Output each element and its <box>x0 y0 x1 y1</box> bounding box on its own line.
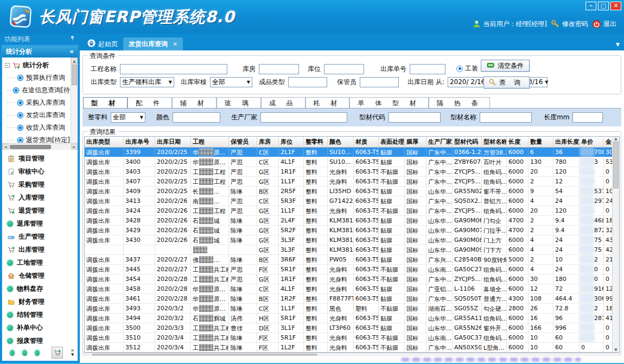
table-row[interactable]: 调拨出库34242020/2/26工工程严思G区1L1F整料光身料6063-T5… <box>85 206 619 216</box>
material-tab-7[interactable]: 隔 热 条 <box>429 97 491 108</box>
column-header-4[interactable]: 保管员 <box>229 137 257 147</box>
material-tab-6[interactable]: 单 体 型 材 <box>349 97 428 108</box>
table-row[interactable]: 调拨出库34612020/2/28华原...陈琳B区1R2F整料F8877FT6… <box>85 294 619 304</box>
change-password-button[interactable]: 修改密码 <box>551 20 588 29</box>
table-row[interactable]: 调拨出库34942020/3/2石辉城汤伟H区5R1F整料光身料6063-T5贴… <box>85 314 619 323</box>
table-row[interactable]: 调拨出库34092020/2/25长...陈琳B区2R5F整料LI35HD606… <box>85 187 619 196</box>
tab-shipment-outbound-query[interactable]: 发货出库查询 ✕ <box>123 37 183 50</box>
column-header-15[interactable]: 长度 <box>507 137 529 147</box>
table-row[interactable]: 调拨出库34582020/2/28华原...陈琳C区4L1F整料光身料6063-… <box>85 284 619 294</box>
scroll-thumb[interactable] <box>72 65 77 85</box>
column-header-5[interactable]: 库房 <box>257 137 279 147</box>
search-button[interactable]: 查 询 <box>483 76 530 88</box>
sidebar-item-14[interactable]: 报废管理 <box>2 334 78 346</box>
keeper-input[interactable] <box>360 77 399 87</box>
close-button[interactable]: ✕ <box>610 2 621 10</box>
column-header-16[interactable]: 数量 <box>529 137 553 147</box>
radio-gongzhuang[interactable]: 工装 <box>456 64 478 73</box>
module-dot-icon[interactable] <box>35 350 40 356</box>
collapse-icon[interactable]: « <box>69 48 74 55</box>
tree-item-0[interactable]: 预算执行查询 <box>5 72 70 84</box>
sidebar-item-6[interactable]: 生产管理 <box>2 230 78 243</box>
logout-button[interactable]: 退出 <box>592 20 616 29</box>
tree-root[interactable]: - 统计分析 <box>5 59 70 72</box>
tree-horizontal-scrollbar[interactable]: ◄ ► <box>2 143 78 150</box>
material-tab-0[interactable]: 型 材 <box>83 97 128 108</box>
material-tab-3[interactable]: 玻 璃 <box>217 97 261 108</box>
table-row[interactable]: G区3L3F整料KLM38176063-T5贴膜国标山东华...GA90M09.… <box>85 245 619 255</box>
column-header-7[interactable]: 整零料 <box>304 137 328 147</box>
column-header-1[interactable]: 出库单号 <box>124 137 155 147</box>
tree-item-1[interactable]: 在途信息查询[待 <box>5 84 70 97</box>
color-input[interactable] <box>173 112 220 123</box>
maximize-button[interactable]: ▢ <box>598 2 609 10</box>
column-header-18[interactable]: 单价 <box>580 137 604 147</box>
column-header-2[interactable]: 出库日期 <box>155 137 191 147</box>
sidebar-item-4[interactable]: 退货管理 <box>2 204 78 217</box>
sidebar-item-9[interactable]: 仓储管理 <box>2 269 78 282</box>
table-row[interactable]: 调拨出库35122020/3/4工共工程陈琳F区1L2F整料光身料6063-T5… <box>85 343 619 353</box>
scroll-down-icon[interactable]: ▼ <box>613 348 619 352</box>
sidebar-item-13[interactable]: 补单中心 <box>2 321 78 334</box>
column-header-3[interactable]: 工程 <box>191 137 229 147</box>
column-header-14[interactable]: 型材名称 <box>482 137 507 147</box>
manufacturer-input[interactable] <box>260 112 347 123</box>
material-tab-4[interactable]: 成 品 <box>261 97 305 108</box>
table-row[interactable]: 调拨出库33992020/2/25华原...严思C区2L1F整料SU10...6… <box>85 148 619 157</box>
pin-icon[interactable] <box>69 35 75 43</box>
module-dot-icon[interactable] <box>10 350 15 356</box>
tree-item-3[interactable]: 发货出库查询 <box>5 109 70 122</box>
column-header-17[interactable]: 出库长度 <box>553 137 580 147</box>
profile-code-input[interactable] <box>389 112 441 123</box>
column-header-6[interactable]: 库位 <box>279 137 304 147</box>
sidebar-item-12[interactable]: 结转管理 <box>2 308 78 321</box>
sidebar-item-1[interactable]: 审核中心 <box>2 165 78 178</box>
outbound-no-input[interactable] <box>410 64 445 74</box>
tab-home[interactable]: 起始页 <box>82 37 123 50</box>
column-header-12[interactable]: 生产厂家 <box>426 137 453 147</box>
sidebar-item-5[interactable]: 退库管理 <box>2 217 78 230</box>
column-header-10[interactable]: 表面处理 <box>379 137 405 147</box>
column-header-8[interactable]: 颜色 <box>328 137 354 147</box>
project-name-input[interactable] <box>120 64 227 74</box>
table-row[interactable]: 调拨出库34452020/2/27工共工程严思F区5R1F整料光身料6063-T… <box>85 265 619 274</box>
tree-item-5[interactable]: 退货查询[待定] <box>5 134 70 143</box>
sidebar-item-2[interactable]: 采购管理 <box>2 178 78 191</box>
section-header-statistics[interactable]: 统计分析 « <box>2 46 78 58</box>
tab-close-icon[interactable]: ✕ <box>173 41 177 48</box>
material-tab-5[interactable]: 耗 材 <box>305 97 350 108</box>
tree-item-4[interactable]: 收货入库查询 <box>5 122 70 134</box>
length-mm-input[interactable] <box>572 112 603 123</box>
table-row[interactable]: 调拨出库34132020/2/26南...严思C区5R3F整料G71422606… <box>85 196 619 206</box>
scroll-thumb[interactable] <box>613 142 619 188</box>
tree-expander-icon[interactable]: - <box>5 63 10 68</box>
sidebar-item-7[interactable]: 出库管理 <box>2 243 78 256</box>
sidebar-item-8[interactable]: 工地管理 <box>2 256 78 269</box>
scroll-up-icon[interactable]: ▲ <box>613 137 619 141</box>
table-row[interactable]: 调拨出库34372020/2/27佛...陈琳B区3R6F整料PW056063-… <box>85 255 619 265</box>
cart-module-button[interactable] <box>52 347 63 359</box>
scroll-up-icon[interactable]: ▲ <box>71 58 78 64</box>
grid-vertical-scrollbar[interactable]: ▲ ▼ <box>612 137 619 352</box>
column-header-0[interactable]: 出库类型 <box>85 137 124 147</box>
sidebar-item-10[interactable]: 物料盘存 <box>2 282 78 295</box>
table-row[interactable]: 调拨出库34932020/3/2华原...陈琳C区1L1F整料黑色塑料不贴膜国标… <box>85 304 619 314</box>
table-row[interactable]: 调拨出库34072020/2/25工工程严思G区1L1F整料光身料6063-T5… <box>85 177 619 187</box>
warehouse-input[interactable] <box>259 64 299 74</box>
scroll-thumb[interactable] <box>10 145 51 149</box>
table-row[interactable]: 调拨出库35002020/3/3工共工程曹佳D区3L1F整料LT3P606063… <box>85 323 619 333</box>
column-header-13[interactable]: 型材代码 <box>453 137 482 147</box>
scroll-right-icon[interactable]: ► <box>71 144 78 150</box>
material-tab-2[interactable]: 辅 材 <box>172 97 217 108</box>
table-row[interactable]: 调拨出库34002020/2/25华原...严思C区4L1F整料SU10...6… <box>85 157 619 167</box>
column-header-11[interactable]: 膜厚 <box>405 137 426 147</box>
product-type-input[interactable] <box>288 77 327 87</box>
sidebar-item-11[interactable]: 财务管理 <box>2 295 78 308</box>
table-row[interactable]: 调拨出库34282020/2/26石城陈琳G区2L4F整料KLM38176063… <box>85 216 619 226</box>
minimize-button[interactable]: – <box>585 2 596 10</box>
table-row[interactable]: 调拨出库34292020/2/26石城陈琳G区5R2F整料KLM38176063… <box>85 226 619 235</box>
sidebar-item-0[interactable]: 项目管理 <box>2 152 78 165</box>
scroll-left-icon[interactable]: ◄ <box>2 144 9 150</box>
material-tab-1[interactable]: 配 件 <box>128 97 172 108</box>
outbound-type-select[interactable]: 生产领料出库▼ <box>120 77 174 87</box>
